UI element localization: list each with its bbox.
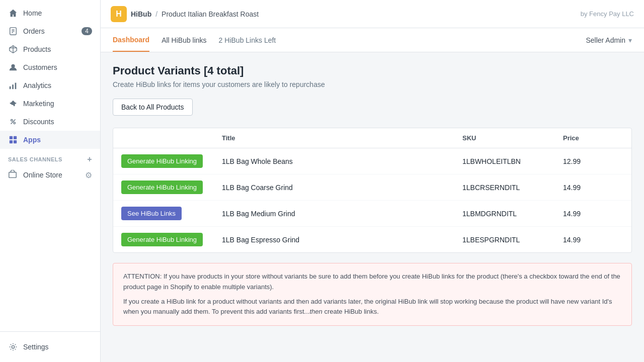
main-area: H HiBub / Product Italian Breakfast Roas… bbox=[101, 0, 644, 362]
chevron-down-icon: ▾ bbox=[628, 36, 632, 44]
row-3-action: See HiBub Links bbox=[121, 207, 222, 220]
row-3-sku: 1LBMDGRNDITL bbox=[462, 210, 563, 218]
sidebar: Home Orders 4 Products Customers A bbox=[0, 0, 101, 362]
generate-hibub-btn-1[interactable]: Generate HiBub Linking bbox=[121, 154, 203, 168]
online-store-icon bbox=[8, 170, 18, 180]
row-2-sku: 1LBCRSERNDITL bbox=[462, 184, 563, 192]
sidebar-item-customers[interactable]: Customers bbox=[0, 58, 100, 76]
sidebar-item-analytics[interactable]: Analytics bbox=[0, 76, 100, 95]
see-hibub-links-btn[interactable]: See HiBub Links bbox=[121, 207, 182, 220]
topbar-page-title: Product Italian Breakfast Roast bbox=[162, 10, 259, 18]
sidebar-nav: Home Orders 4 Products Customers A bbox=[0, 0, 100, 331]
row-2-action: Generate HiBub Linking bbox=[121, 180, 222, 194]
sales-channels-label: SALES CHANNELS bbox=[8, 156, 62, 162]
back-to-all-products-button[interactable]: Back to All Products bbox=[113, 99, 193, 116]
sidebar-item-settings[interactable]: Settings bbox=[0, 338, 100, 356]
tab-dashboard[interactable]: Dashboard bbox=[113, 29, 149, 52]
sidebar-label-home: Home bbox=[23, 9, 42, 17]
col-header-action bbox=[121, 134, 222, 142]
sidebar-item-apps[interactable]: Apps bbox=[0, 131, 100, 149]
page-subtitle: Create HiBub links for items your custom… bbox=[113, 80, 632, 88]
products-icon bbox=[8, 44, 18, 54]
topbar-separator: / bbox=[155, 10, 157, 18]
table-row: See HiBub Links 1LB Bag Medium Grind 1LB… bbox=[113, 201, 631, 227]
col-header-price: Price bbox=[563, 134, 623, 142]
sidebar-label-discounts: Discounts bbox=[23, 118, 54, 126]
svg-rect-8 bbox=[10, 86, 11, 89]
svg-point-12 bbox=[14, 122, 16, 124]
svg-rect-14 bbox=[10, 136, 13, 139]
row-4-action: Generate HiBub Linking bbox=[121, 233, 222, 246]
sidebar-label-products: Products bbox=[23, 45, 51, 53]
sidebar-label-customers: Customers bbox=[23, 63, 57, 71]
sidebar-item-products[interactable]: Products bbox=[0, 40, 100, 58]
link-all-hibub[interactable]: All HiBub links bbox=[162, 29, 206, 51]
row-1-title: 1LB Bag Whole Beans bbox=[222, 157, 462, 165]
svg-rect-17 bbox=[14, 140, 17, 143]
analytics-icon bbox=[8, 80, 18, 90]
topbar-brand: HiBub bbox=[131, 10, 151, 18]
seller-admin-label: Seller Admin bbox=[586, 36, 625, 44]
sidebar-item-orders[interactable]: Orders 4 bbox=[0, 22, 100, 40]
row-4-price: 14.99 bbox=[563, 236, 623, 244]
sales-channels-section: SALES CHANNELS + bbox=[0, 149, 100, 166]
customers-icon bbox=[8, 62, 18, 72]
row-4-title: 1LB Bag Espresso Grind bbox=[222, 236, 462, 244]
table-header: Title SKU Price bbox=[113, 128, 631, 148]
online-store-settings-icon[interactable]: ⚙ bbox=[85, 170, 92, 180]
row-3-price: 14.99 bbox=[563, 210, 623, 218]
orders-badge: 4 bbox=[82, 27, 92, 35]
content-area: Product Variants [4 total] Create HiBub … bbox=[101, 52, 644, 362]
svg-rect-18 bbox=[9, 172, 16, 178]
svg-point-11 bbox=[11, 120, 13, 122]
settings-icon bbox=[8, 342, 18, 352]
row-2-title: 1LB Bag Coarse Grind bbox=[222, 184, 462, 192]
discounts-icon bbox=[8, 117, 18, 127]
row-1-price: 12.99 bbox=[563, 157, 623, 165]
alert-line2-post: create HiBub links. bbox=[323, 308, 379, 315]
app-header: Dashboard All HiBub links 2 HiBub Links … bbox=[101, 28, 644, 52]
col-header-sku: SKU bbox=[462, 134, 563, 142]
svg-line-13 bbox=[11, 120, 16, 124]
seller-admin-dropdown[interactable]: Seller Admin ▾ bbox=[586, 36, 632, 44]
alert-line-2: If you create a HiBub link for a product… bbox=[123, 297, 621, 318]
links-left-badge: 2 HiBub Links Left bbox=[219, 36, 276, 44]
sidebar-label-apps: Apps bbox=[23, 136, 41, 144]
row-4-sku: 1LBESPGRNDITL bbox=[462, 236, 563, 244]
marketing-icon bbox=[8, 99, 18, 109]
svg-rect-9 bbox=[12, 84, 14, 89]
apps-icon bbox=[8, 135, 18, 145]
alert-line-1: ATTENTION: If you have products in your … bbox=[123, 272, 621, 293]
online-store-label: Online Store bbox=[23, 171, 62, 179]
row-3-title: 1LB Bag Medium Grind bbox=[222, 210, 462, 218]
svg-point-19 bbox=[12, 345, 14, 348]
col-header-title: Title bbox=[222, 134, 462, 142]
sidebar-footer: Settings bbox=[0, 331, 100, 362]
sidebar-item-marketing[interactable]: Marketing bbox=[0, 95, 100, 113]
settings-label: Settings bbox=[23, 343, 49, 351]
sidebar-item-home[interactable]: Home bbox=[0, 4, 100, 22]
svg-rect-10 bbox=[15, 83, 17, 89]
sidebar-label-marketing: Marketing bbox=[23, 100, 54, 108]
topbar: H HiBub / Product Italian Breakfast Roas… bbox=[101, 0, 644, 28]
row-2-price: 14.99 bbox=[563, 184, 623, 192]
add-sales-channel-icon[interactable]: + bbox=[87, 155, 92, 164]
sidebar-item-online-store[interactable]: Online Store ⚙ bbox=[0, 166, 100, 184]
svg-rect-16 bbox=[10, 140, 13, 143]
svg-point-7 bbox=[11, 64, 15, 68]
product-variants-table: Title SKU Price Generate HiBub Linking 1… bbox=[113, 128, 632, 253]
sidebar-item-discounts[interactable]: Discounts bbox=[0, 113, 100, 131]
home-icon bbox=[8, 8, 18, 18]
row-1-action: Generate HiBub Linking bbox=[121, 154, 222, 168]
generate-hibub-btn-2[interactable]: Generate HiBub Linking bbox=[121, 180, 203, 194]
alert-line2-em: then bbox=[309, 308, 322, 315]
sidebar-label-orders: Orders bbox=[23, 27, 45, 35]
row-1-sku: 1LBWHOLEITLBN bbox=[462, 157, 563, 165]
table-row: Generate HiBub Linking 1LB Bag Whole Bea… bbox=[113, 148, 631, 174]
generate-hibub-btn-4[interactable]: Generate HiBub Linking bbox=[121, 233, 203, 246]
app-logo: H bbox=[111, 6, 127, 22]
table-row: Generate HiBub Linking 1LB Bag Espresso … bbox=[113, 227, 631, 252]
alert-box: ATTENTION: If you have products in your … bbox=[113, 263, 632, 326]
page-title: Product Variants [4 total] bbox=[113, 64, 632, 77]
topbar-by-label: by Fency Pay LLC bbox=[581, 10, 634, 18]
